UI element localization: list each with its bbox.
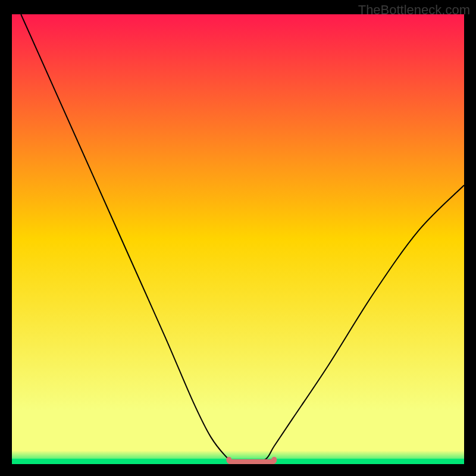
bottleneck-chart (12, 14, 464, 464)
chart-background (12, 14, 464, 464)
chart-container (12, 14, 464, 464)
watermark-text: TheBottleneck.com (358, 2, 470, 18)
optimal-region-highlight (229, 459, 274, 462)
